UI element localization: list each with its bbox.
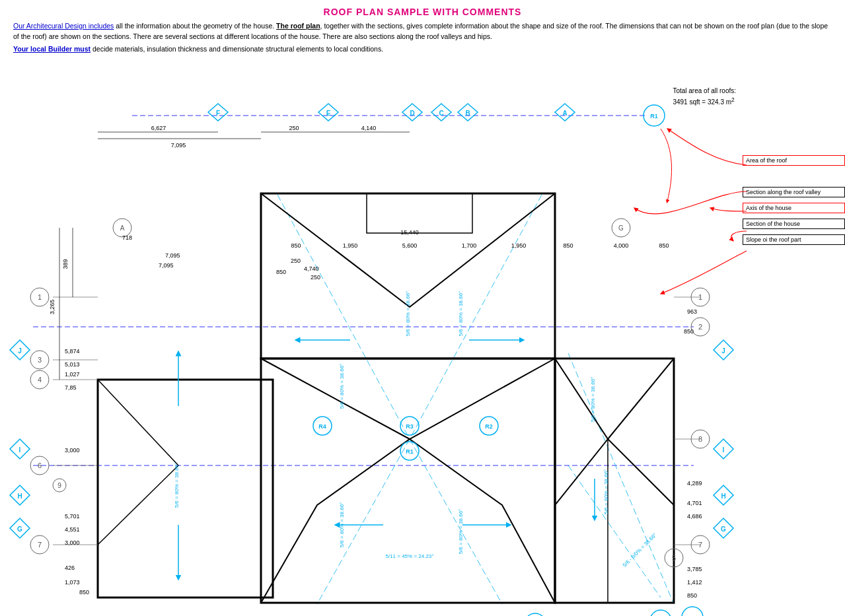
svg-text:R1: R1 [406, 448, 414, 455]
svg-line-5 [317, 439, 410, 604]
svg-text:7,095: 7,095 [171, 142, 186, 149]
svg-text:850: 850 [684, 328, 694, 335]
svg-text:1: 1 [38, 293, 42, 301]
desc-text2: all the information about the geometry o… [114, 22, 276, 30]
svg-text:1,073: 1,073 [65, 579, 80, 586]
svg-text:A: A [120, 224, 125, 232]
svg-text:B: B [465, 110, 470, 117]
svg-text:7,095: 7,095 [159, 262, 174, 269]
svg-text:R1: R1 [650, 113, 658, 120]
svg-text:426: 426 [65, 565, 75, 571]
svg-rect-13 [367, 193, 472, 233]
svg-text:E: E [326, 110, 331, 117]
svg-text:5: 5 [672, 554, 676, 562]
svg-rect-12 [555, 359, 674, 603]
svg-text:963: 963 [687, 308, 697, 315]
svg-rect-11 [261, 359, 555, 603]
svg-text:F: F [216, 110, 220, 117]
svg-text:5/6 = 80% = 38.66°: 5/6 = 80% = 38.66° [458, 291, 464, 337]
desc-link1: Our Architecural Design includes [13, 22, 114, 30]
desc-bold: The roof plan [276, 22, 320, 30]
svg-text:9: 9 [57, 482, 61, 489]
svg-text:H: H [721, 493, 725, 500]
svg-text:R3: R3 [406, 423, 414, 430]
svg-text:3,000: 3,000 [65, 447, 80, 454]
svg-text:G: G [17, 526, 22, 533]
svg-text:850: 850 [659, 242, 669, 249]
local-builder-text: Your local Builder must decide materials… [0, 42, 845, 53]
svg-text:5,701: 5,701 [65, 513, 80, 520]
svg-point-95 [650, 610, 671, 616]
svg-text:H: H [17, 493, 22, 500]
svg-text:4,740: 4,740 [304, 265, 319, 272]
main-title: ROOF PLAN SAMPLE WITH COMMENTS [0, 0, 845, 17]
svg-text:5/6 - b/0% = 38.66°: 5/6 - b/0% = 38.66° [622, 532, 658, 568]
svg-text:J: J [18, 347, 22, 355]
svg-text:250: 250 [291, 257, 301, 264]
svg-text:850: 850 [687, 592, 697, 599]
svg-text:G: G [721, 526, 726, 533]
svg-text:C: C [439, 110, 443, 117]
svg-text:850: 850 [563, 242, 573, 249]
svg-text:5,600: 5,600 [402, 242, 418, 249]
legend-slope-roof: Slope oi the roof part [743, 234, 845, 245]
svg-text:7,85: 7,85 [65, 384, 77, 391]
svg-text:3,265: 3,265 [49, 300, 55, 315]
svg-text:850: 850 [79, 589, 89, 596]
svg-text:4,140: 4,140 [361, 125, 377, 131]
svg-text:1,950: 1,950 [511, 242, 527, 249]
legend-section-house: Section of the house [743, 219, 845, 229]
svg-text:850: 850 [276, 269, 286, 275]
plan-drawing: 1 3 4 6 7 1 2 8 7 5 F E D C B A I H G J … [0, 96, 747, 616]
svg-text:5/6 = 80% = 38.66°: 5/6 = 80% = 38.66° [458, 509, 464, 555]
svg-text:3,000: 3,000 [65, 539, 80, 546]
svg-text:4,000: 4,000 [614, 242, 629, 249]
svg-text:7: 7 [38, 541, 42, 549]
svg-text:250: 250 [311, 274, 320, 281]
svg-text:5/6 = 80% = 38.66°: 5/6 = 80% = 38.66° [174, 463, 180, 508]
drawing-area: Area of the roof Section along the roof … [0, 96, 845, 616]
svg-text:2: 2 [698, 323, 702, 331]
svg-text:J: J [721, 347, 725, 355]
svg-text:850: 850 [291, 242, 301, 249]
svg-text:1,700: 1,700 [462, 242, 477, 249]
svg-text:5/6 = 80% = 38.66°: 5/6 = 80% = 38.66° [603, 469, 609, 515]
svg-line-7 [568, 353, 674, 604]
svg-text:4,701: 4,701 [687, 500, 702, 506]
svg-text:6,627: 6,627 [151, 125, 166, 131]
legend-axis-house: Axis of the house [743, 203, 845, 213]
right-legend: Area of the roof Section along the roof … [743, 155, 845, 250]
legend-area-roof: Area of the roof [743, 155, 845, 166]
description-text: Our Architecural Design includes all the… [0, 17, 845, 42]
svg-text:R4: R4 [318, 423, 326, 430]
svg-line-6 [410, 439, 502, 604]
builder-text2: decide materials, insulation thickness a… [91, 45, 383, 53]
legend-roof-valley: Section along the roof valley [743, 187, 845, 197]
svg-text:389: 389 [62, 259, 69, 269]
svg-point-93 [525, 613, 546, 616]
svg-text:4: 4 [38, 376, 42, 384]
svg-text:3,785: 3,785 [687, 566, 702, 572]
svg-text:1,027: 1,027 [65, 371, 80, 378]
svg-text:4,551: 4,551 [65, 526, 80, 533]
svg-text:R2: R2 [485, 423, 493, 430]
svg-line-8 [568, 465, 661, 598]
svg-rect-9 [98, 380, 273, 598]
svg-text:7,095: 7,095 [165, 252, 180, 259]
svg-text:A: A [562, 110, 567, 117]
svg-text:4,289: 4,289 [687, 480, 702, 487]
svg-text:6: 6 [38, 462, 42, 469]
svg-text:I: I [723, 446, 725, 454]
svg-text:5/6 = 80% = 38.66°: 5/6 = 80% = 38.66° [405, 291, 411, 337]
svg-text:15,440: 15,440 [400, 229, 419, 236]
svg-text:4,686: 4,686 [687, 513, 702, 520]
svg-text:5/6 = 80% = 38.66°: 5/6 = 80% = 38.66° [590, 377, 596, 423]
svg-text:5,874: 5,874 [65, 348, 80, 355]
svg-text:718: 718 [122, 234, 132, 241]
svg-text:1,950: 1,950 [343, 242, 358, 249]
svg-text:5/6 = 80% = 38.66°: 5/6 = 80% = 38.66° [339, 364, 345, 409]
svg-text:3: 3 [38, 356, 42, 364]
svg-text:250: 250 [289, 125, 299, 131]
builder-link: Your local Builder must [13, 45, 91, 53]
svg-text:I: I [19, 446, 21, 454]
